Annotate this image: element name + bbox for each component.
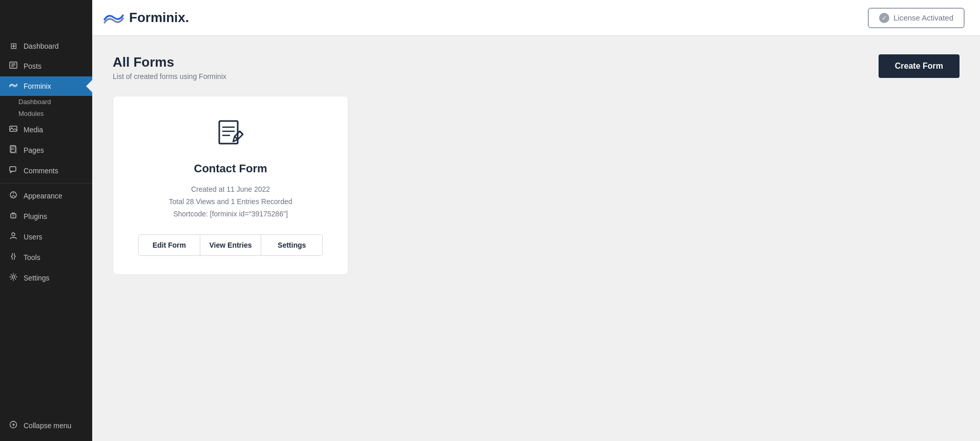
users-svg-icon [9,232,17,240]
svg-line-22 [240,131,243,134]
dashboard-icon: ⊞ [8,41,18,51]
sidebar-sub-modules[interactable]: Modules [0,108,92,119]
tools-svg-icon [9,252,17,260]
sidebar-bottom: Collapse menu [0,415,92,441]
forminix-wave-icon [9,82,18,89]
license-badge: ✓ License Activated [868,8,965,28]
sidebar-item-media-label: Media [24,126,43,134]
form-card-actions: Edit Form View Entries Settings [138,234,323,256]
tools-icon [8,252,18,263]
license-label: License Activated [893,13,953,22]
form-card-meta: Created at 11 June 2022 Total 28 Views a… [169,184,293,220]
sidebar-item-forminix[interactable]: Forminix [0,76,92,96]
page-title-block: All Forms List of created forms using Fo… [113,54,226,81]
svg-rect-10 [10,167,16,171]
form-card-icon [214,117,247,152]
topbar: Forminix. ✓ License Activated [0,0,980,36]
sidebar-item-plugins-label: Plugins [24,212,47,221]
collapse-menu-label: Collapse menu [24,422,71,430]
collapse-icon [8,420,18,431]
media-svg-icon [9,125,17,133]
page-header: All Forms List of created forms using Fo… [113,54,960,81]
sidebar-item-dashboard-label: Dashboard [24,42,59,50]
page-title: All Forms [113,54,226,70]
settings-svg-icon [9,273,17,281]
sidebar-item-dashboard[interactable]: ⊞ Dashboard [0,36,92,56]
main-content: All Forms List of created forms using Fo… [92,36,980,441]
form-card-title: Contact Form [194,162,267,175]
sidebar-item-appearance-label: Appearance [24,192,62,200]
plugins-svg-icon [9,211,17,219]
sidebar-item-comments-label: Comments [24,167,58,175]
sidebar-item-plugins[interactable]: Plugins [0,206,92,227]
form-stats: Total 28 Views and 1 Entries Recorded [169,196,293,208]
sidebar-item-forminix-label: Forminix [24,82,51,90]
comments-icon [8,166,18,176]
sidebar-item-settings[interactable]: Settings [0,268,92,288]
sidebar-item-comments[interactable]: Comments [0,161,92,181]
svg-point-11 [10,192,16,198]
posts-svg-icon [9,61,17,69]
license-check-icon: ✓ [879,13,889,23]
form-settings-button[interactable]: Settings [261,235,322,255]
comments-svg-icon [9,166,17,174]
plugins-icon [8,211,18,222]
view-entries-button[interactable]: View Entries [200,235,262,255]
form-card: Contact Form Created at 11 June 2022 Tot… [113,96,348,275]
sidebar-item-tools[interactable]: Tools [0,247,92,268]
appearance-icon [8,191,18,201]
sidebar-item-media[interactable]: Media [0,119,92,140]
sidebar-divider-1 [0,183,92,184]
contact-form-icon [214,117,247,150]
pages-svg-icon [9,145,17,153]
svg-point-12 [13,193,14,194]
edit-form-button[interactable]: Edit Form [139,235,200,255]
form-shortcode: Shortcode: [forminix id="39175286"] [169,208,293,221]
sidebar-item-settings-label: Settings [24,274,50,282]
page-subtitle: List of created forms using Forminix [113,72,226,81]
settings-icon [8,273,18,283]
sidebar-item-users[interactable]: Users [0,227,92,247]
sidebar-item-users-label: Users [24,233,43,241]
forminix-icon [8,82,18,91]
sidebar-item-pages[interactable]: Pages [0,140,92,161]
create-form-button[interactable]: Create Form [879,54,960,78]
svg-point-15 [12,233,15,236]
users-icon [8,232,18,242]
brand: Forminix. [102,9,189,27]
sidebar-sub-dashboard-label: Dashboard [18,98,51,106]
sidebar-item-appearance[interactable]: Appearance [0,186,92,206]
pages-icon [8,145,18,155]
sidebar-sub-modules-label: Modules [18,110,44,117]
posts-icon [8,61,18,71]
media-icon [8,125,18,135]
appearance-svg-icon [9,191,17,199]
sidebar-sub-dashboard[interactable]: Dashboard [0,96,92,108]
sidebar-item-pages-label: Pages [24,146,44,154]
sidebar-item-posts-label: Posts [24,62,41,70]
sidebar-collapse-menu[interactable]: Collapse menu [0,415,92,436]
brand-name: Forminix. [129,10,189,26]
svg-point-16 [12,276,15,278]
sidebar-item-tools-label: Tools [24,253,40,262]
collapse-svg-icon [9,420,17,429]
brand-logo-icon [102,9,125,27]
sidebar-item-posts[interactable]: Posts [0,56,92,76]
form-created-date: Created at 11 June 2022 [169,184,293,196]
sidebar: ⊞ Dashboard Posts Forminix Dashboard Mod… [0,0,92,441]
